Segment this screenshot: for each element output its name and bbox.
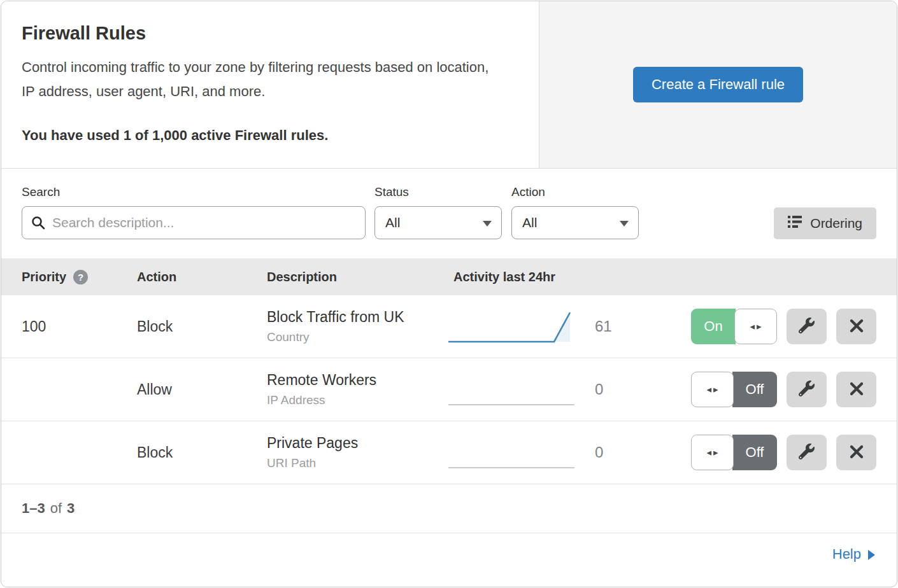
activity-count: 0 <box>581 444 632 461</box>
table-row: Block Private Pages URI Path 0 ◂▸ Off <box>1 421 897 484</box>
help-bar: Help <box>1 533 897 575</box>
question-mark-icon[interactable]: ? <box>73 270 88 284</box>
toggle-off-label: Off <box>732 372 777 407</box>
toggle-handle: ◂▸ <box>691 372 734 407</box>
action-label: Action <box>511 185 639 199</box>
header-text-panel: Firewall Rules Control incoming traffic … <box>1 1 539 168</box>
ordered-list-icon <box>788 216 802 231</box>
rule-description-cell: Private Pages URI Path <box>267 435 447 470</box>
table-row: 100 Block Block Traffic from UK Country … <box>1 295 897 358</box>
rule-controls: ◂▸ Off <box>632 435 876 470</box>
help-link[interactable]: Help <box>832 546 875 563</box>
column-header-priority: Priority ? <box>22 270 137 284</box>
search-group: Search <box>22 185 374 239</box>
rule-action: Block <box>137 444 267 461</box>
rule-controls: ◂▸ Off <box>632 372 876 407</box>
search-label: Search <box>22 185 374 199</box>
wrench-icon <box>799 318 815 335</box>
header-action-panel: Create a Firewall rule <box>539 1 897 168</box>
rule-description-cell: Remote Workers IP Address <box>267 372 447 407</box>
pagination-range: 1–3 <box>22 500 45 517</box>
toggle-handle: ◂▸ <box>691 435 734 470</box>
rule-enable-toggle[interactable]: On ◂▸ <box>691 309 777 344</box>
rule-controls: On ◂▸ <box>632 309 876 344</box>
search-input[interactable] <box>22 206 366 239</box>
table-row: Allow Remote Workers IP Address 0 ◂▸ Off <box>1 358 897 421</box>
rule-description: Block Traffic from UK <box>267 309 447 326</box>
help-link-label: Help <box>832 546 861 563</box>
delete-rule-button[interactable] <box>836 309 876 344</box>
firewall-rules-card: Firewall Rules Control incoming traffic … <box>1 1 897 587</box>
x-icon <box>850 445 864 461</box>
ordering-button-label: Ordering <box>810 216 862 231</box>
edit-rule-button[interactable] <box>787 372 827 407</box>
pagination-total: 3 <box>67 500 75 517</box>
status-filter-group: Status All <box>374 185 511 239</box>
delete-rule-button[interactable] <box>836 372 876 407</box>
activity-sparkline <box>447 430 581 475</box>
status-selected-value: All <box>385 215 400 230</box>
activity-count: 0 <box>581 381 632 398</box>
rule-action: Block <box>137 318 267 335</box>
toggle-off-label: Off <box>732 435 777 470</box>
rule-enable-toggle[interactable]: ◂▸ Off <box>691 372 777 407</box>
activity-sparkline <box>447 367 581 412</box>
rule-action: Allow <box>137 381 267 398</box>
left-right-arrows-icon: ◂▸ <box>704 384 720 395</box>
delete-rule-button[interactable] <box>836 435 876 470</box>
rule-match-type: URI Path <box>267 456 447 470</box>
status-select[interactable]: All <box>374 206 502 239</box>
left-right-arrows-icon: ◂▸ <box>704 447 720 458</box>
pagination-of: of <box>50 500 62 517</box>
page-title: Firewall Rules <box>22 23 501 44</box>
page-header: Firewall Rules Control incoming traffic … <box>1 1 897 169</box>
rule-match-type: IP Address <box>267 393 447 407</box>
rule-description-cell: Block Traffic from UK Country <box>267 309 447 344</box>
edit-rule-button[interactable] <box>787 435 827 470</box>
activity-count: 61 <box>581 318 632 335</box>
rule-description: Remote Workers <box>267 372 447 389</box>
x-icon <box>850 382 864 398</box>
rule-match-type: Country <box>267 330 447 344</box>
left-right-arrows-icon: ◂▸ <box>748 321 763 332</box>
column-header-action: Action <box>137 270 267 284</box>
action-filter-group: Action All <box>511 185 639 239</box>
search-icon <box>31 215 46 233</box>
x-icon <box>850 319 864 335</box>
edit-rule-button[interactable] <box>787 309 827 344</box>
rule-enable-toggle[interactable]: ◂▸ Off <box>691 435 777 470</box>
table-header: Priority ? Action Description Activity l… <box>1 258 897 295</box>
chevron-down-icon <box>483 221 492 227</box>
toggle-handle: ◂▸ <box>734 309 777 344</box>
column-header-description: Description <box>267 270 447 284</box>
pagination-summary: 1–3 of 3 <box>1 484 897 533</box>
wrench-icon <box>799 444 815 461</box>
action-select[interactable]: All <box>511 206 639 239</box>
wrench-icon <box>799 381 815 398</box>
page-description: Control incoming traffic to your zone by… <box>22 55 501 104</box>
create-firewall-rule-button[interactable]: Create a Firewall rule <box>633 67 803 102</box>
rule-priority: 100 <box>22 318 137 335</box>
search-field-wrap <box>22 206 366 239</box>
toggle-on-label: On <box>691 309 736 344</box>
rule-description: Private Pages <box>267 435 447 452</box>
column-header-activity: Activity last 24hr <box>447 270 632 284</box>
filter-bar: Search Status All Action All <box>1 169 897 258</box>
status-label: Status <box>374 185 511 199</box>
right-triangle-icon <box>868 550 875 560</box>
activity-sparkline <box>447 304 581 349</box>
ordering-button[interactable]: Ordering <box>774 207 876 239</box>
chevron-down-icon <box>620 221 629 227</box>
usage-note: You have used 1 of 1,000 active Firewall… <box>22 127 501 144</box>
action-selected-value: All <box>522 215 537 230</box>
